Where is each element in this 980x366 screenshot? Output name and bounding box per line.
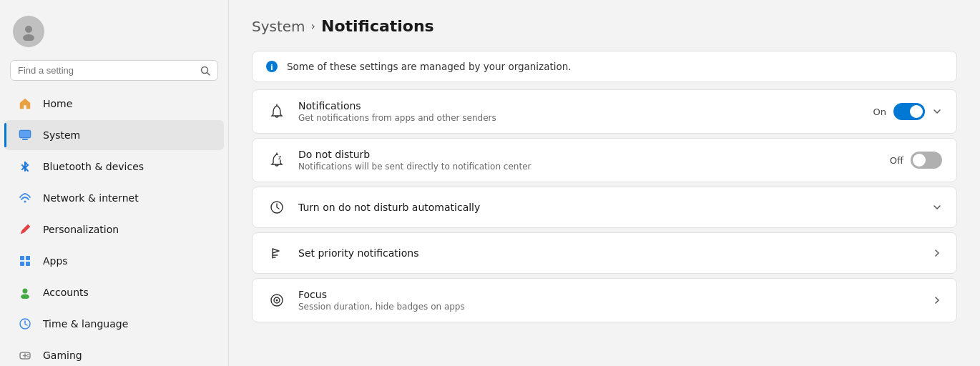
sidebar-item-time-label: Time & language xyxy=(43,318,128,330)
page-header: System › Notifications xyxy=(252,17,957,35)
home-icon xyxy=(17,96,33,112)
svg-point-7 xyxy=(24,201,26,203)
svg-rect-10 xyxy=(20,262,24,266)
sidebar-item-apps-label: Apps xyxy=(43,255,68,267)
dnd-title: Do not disturb xyxy=(298,149,878,160)
auto-dnd-icon xyxy=(267,197,287,217)
auto-dnd-card: Turn on do not disturb automatically xyxy=(252,187,957,228)
svg-point-0 xyxy=(25,26,32,33)
notifications-text: Notifications Get notifications from app… xyxy=(298,100,862,123)
dnd-card: z Do not disturb Notifications will be s… xyxy=(252,138,957,182)
svg-point-31 xyxy=(276,300,278,302)
notifications-expand-icon[interactable] xyxy=(932,107,942,117)
info-banner-text: Some of these settings are managed by yo… xyxy=(287,61,572,72)
sidebar-item-network-label: Network & internet xyxy=(43,192,139,204)
breadcrumb-current: Notifications xyxy=(321,17,434,35)
svg-point-19 xyxy=(27,356,29,357)
main-content: System › Notifications i Some of these s… xyxy=(229,0,980,366)
network-icon xyxy=(17,190,33,206)
focus-arrow-icon[interactable] xyxy=(932,295,942,305)
svg-rect-11 xyxy=(26,262,30,266)
notifications-toggle-label: On xyxy=(873,107,886,117)
notifications-toggle[interactable] xyxy=(893,103,925,120)
focus-row[interactable]: Focus Session duration, hide badges on a… xyxy=(253,279,956,322)
priority-icon xyxy=(267,243,287,263)
focus-desc: Session duration, hide badges on apps xyxy=(298,302,921,312)
dnd-desc: Notifications will be sent directly to n… xyxy=(298,162,878,172)
system-icon xyxy=(17,127,33,143)
sidebar-item-bluetooth[interactable]: Bluetooth & devices xyxy=(4,152,224,182)
sidebar-item-gaming[interactable]: Gaming xyxy=(4,340,224,366)
notifications-row[interactable]: Notifications Get notifications from app… xyxy=(253,90,956,133)
notification-bell-icon xyxy=(267,102,287,122)
sidebar-item-time[interactable]: Time & language xyxy=(4,309,224,339)
notifications-desc: Get notifications from apps and other se… xyxy=(298,113,862,123)
notifications-title: Notifications xyxy=(298,100,862,112)
sidebar-item-accounts[interactable]: Accounts xyxy=(4,277,224,307)
sidebar-item-system-label: System xyxy=(43,129,80,141)
focus-text: Focus Session duration, hide badges on a… xyxy=(298,289,921,312)
dnd-row[interactable]: z Do not disturb Notifications will be s… xyxy=(253,139,956,182)
svg-rect-5 xyxy=(22,139,28,140)
avatar-area xyxy=(0,9,228,60)
sidebar-item-home[interactable]: Home xyxy=(4,89,224,119)
sidebar-item-system[interactable]: System xyxy=(4,120,224,150)
priority-text: Set priority notifications xyxy=(298,247,921,259)
sidebar-item-home-label: Home xyxy=(43,98,72,109)
sidebar-item-accounts-label: Accounts xyxy=(43,287,89,298)
focus-controls xyxy=(932,295,942,305)
svg-line-3 xyxy=(207,72,210,75)
focus-card: Focus Session duration, hide badges on a… xyxy=(252,278,957,322)
svg-text:i: i xyxy=(270,63,273,72)
dnd-toggle[interactable] xyxy=(911,152,942,169)
sidebar-item-gaming-label: Gaming xyxy=(43,350,82,361)
breadcrumb-chevron: › xyxy=(311,19,315,33)
search-input[interactable] xyxy=(18,65,200,76)
sidebar-item-network[interactable]: Network & internet xyxy=(4,183,224,213)
priority-row[interactable]: Set priority notifications xyxy=(253,233,956,273)
auto-dnd-expand-icon[interactable] xyxy=(932,202,942,212)
bluetooth-icon xyxy=(17,159,33,174)
focus-title: Focus xyxy=(298,289,921,300)
dnd-text: Do not disturb Notifications will be sen… xyxy=(298,149,878,172)
gaming-icon xyxy=(17,347,33,363)
priority-title: Set priority notifications xyxy=(298,247,921,259)
time-icon xyxy=(17,316,33,332)
accounts-icon xyxy=(17,285,33,300)
apps-icon xyxy=(17,253,33,269)
breadcrumb-parent[interactable]: System xyxy=(252,18,305,35)
sidebar: Home System Bluetooth & devices xyxy=(0,0,229,366)
info-banner: i Some of these settings are managed by … xyxy=(252,51,957,82)
notifications-controls: On xyxy=(873,103,942,120)
svg-point-12 xyxy=(23,289,28,294)
priority-arrow-icon[interactable] xyxy=(932,248,942,258)
svg-text:z: z xyxy=(278,154,281,161)
search-box[interactable] xyxy=(10,60,218,81)
svg-rect-6 xyxy=(20,131,30,137)
svg-rect-9 xyxy=(26,256,30,260)
svg-rect-8 xyxy=(20,256,24,260)
auto-dnd-title: Turn on do not disturb automatically xyxy=(298,202,921,213)
sidebar-item-bluetooth-label: Bluetooth & devices xyxy=(43,161,144,172)
svg-point-18 xyxy=(27,354,29,355)
sidebar-item-apps[interactable]: Apps xyxy=(4,246,224,276)
personalization-icon xyxy=(17,222,33,237)
svg-point-13 xyxy=(21,295,29,300)
priority-controls xyxy=(932,248,942,258)
sidebar-item-personalization[interactable]: Personalization xyxy=(4,214,224,244)
priority-card: Set priority notifications xyxy=(252,232,957,274)
dnd-icon: z xyxy=(267,150,287,170)
dnd-controls: Off xyxy=(890,152,942,169)
search-icon xyxy=(200,66,210,76)
dnd-toggle-label: Off xyxy=(890,155,903,166)
auto-dnd-controls xyxy=(932,202,942,212)
notifications-card: Notifications Get notifications from app… xyxy=(252,89,957,134)
auto-dnd-row[interactable]: Turn on do not disturb automatically xyxy=(253,187,956,227)
focus-icon xyxy=(267,290,287,310)
info-icon: i xyxy=(265,60,278,73)
auto-dnd-text: Turn on do not disturb automatically xyxy=(298,202,921,213)
notifications-toggle-knob xyxy=(910,105,923,118)
sidebar-item-personalization-label: Personalization xyxy=(43,224,119,235)
avatar[interactable] xyxy=(13,16,44,47)
svg-point-1 xyxy=(23,34,34,41)
